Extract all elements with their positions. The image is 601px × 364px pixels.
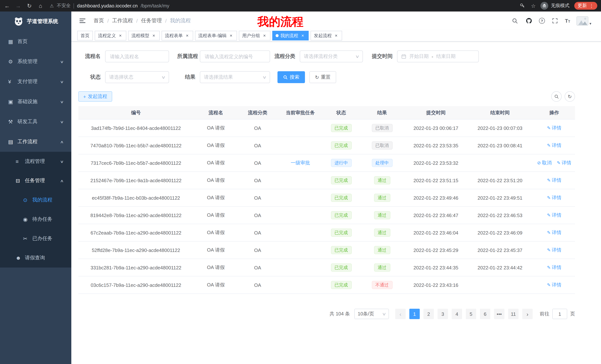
tab-process-form-edit[interactable]: 流程表单-编辑× [195,31,237,40]
address-divider [74,3,74,8]
address-bar[interactable]: ⚠ 不安全 dashboard.yudao.iocoder.cn/bpm/tas… [50,3,169,9]
sidebar-item-label: 已办任务 [32,235,52,242]
create-process-button[interactable]: + 发起流程 [78,91,112,102]
sidebar-item-workflow[interactable]: ▤工作流程∧ [0,132,71,152]
detail-button[interactable]: ✎详情 [547,247,561,253]
sidebar-item-payment[interactable]: ¥支付管理∨ [0,72,71,92]
next-page-button[interactable]: › [522,309,533,319]
row-actions: ✎详情 [533,177,575,184]
tab-process-model[interactable]: 流程模型× [128,31,160,40]
close-icon[interactable]: × [300,33,305,38]
sidebar-logo-row[interactable]: 芋道管理系统 [0,11,71,31]
sidebar-item-task-mgmt[interactable]: ⊟任务管理∧ [0,171,71,190]
table-row: 67c2eaab-7b9a-11ec-a290-acde48001122OA 请… [78,224,575,241]
result-select[interactable]: 请选择流结果 ∨ [200,71,270,83]
process-name-input[interactable] [105,50,169,62]
pager-page-6[interactable]: 6 [480,309,490,319]
key-icon[interactable] [519,2,526,10]
close-icon[interactable]: × [229,33,234,38]
pager-page-2[interactable]: 2 [423,309,434,319]
sidebar-item-dev-tools[interactable]: ⚒研发工具∨ [0,112,71,132]
task-link[interactable]: 一级审批 [291,160,310,165]
sidebar-item-infrastructure[interactable]: ▣基础设施∨ [0,92,71,112]
reset-button[interactable]: ↻ 重置 [310,71,336,83]
breadcrumb-item[interactable]: 任务管理 [141,18,162,24]
gear-icon: ⚙ [8,59,16,65]
detail-button[interactable]: ✎详情 [547,125,561,131]
search-icon[interactable] [511,17,519,25]
breadcrumb-item[interactable]: 工作流程 [112,18,133,24]
browser-menu-icon[interactable]: ⋮ [589,3,594,9]
detail-button[interactable]: ✎详情 [547,282,561,288]
pager-page-4[interactable]: 4 [452,309,462,319]
close-icon[interactable]: × [334,33,339,38]
close-icon[interactable]: × [262,33,267,38]
goto-page-input[interactable] [552,309,567,319]
search-button[interactable]: 搜索 [278,71,305,83]
column-header: 状态 [323,109,359,116]
detail-button[interactable]: ✎详情 [547,142,561,149]
tab-label: 流程模型 [131,32,149,39]
collapse-sidebar-icon[interactable] [80,17,87,25]
close-icon[interactable]: × [118,33,123,38]
row-process-name: OA 请假 [193,247,238,253]
close-icon[interactable]: × [151,33,156,38]
row-result: 通过 [359,211,405,219]
detail-button[interactable]: ✎详情 [547,212,561,219]
sidebar: 芋道管理系统 ▦首页⚙系统管理∨¥支付管理∨▣基础设施∨⚒研发工具∨▤工作流程∧… [0,11,71,364]
edit-icon: ✎ [547,143,551,148]
category-select[interactable]: 请选择流程分类 ∨ [300,50,363,62]
close-icon[interactable]: × [185,33,190,38]
detail-button[interactable]: ✎详情 [547,177,561,184]
incognito-chip[interactable]: 无痕模式 [541,2,570,10]
tab-process-form[interactable]: 流程表单× [161,31,193,40]
fullscreen-icon[interactable] [551,17,559,25]
tab-process-definition[interactable]: 流程定义× [95,31,126,40]
update-button[interactable]: 更新 ⋮ [574,2,597,10]
detail-button[interactable]: ✎详情 [547,194,561,201]
pager-page-11[interactable]: 11 [508,309,519,319]
breadcrumb-item[interactable]: 首页 [94,18,104,24]
toggle-search-icon[interactable] [551,91,562,102]
cancel-button[interactable]: ⊘取消 [537,160,551,166]
chevron-up-icon: ∧ [60,140,64,144]
reload-icon[interactable]: ↻ [26,2,33,9]
sidebar-item-home[interactable]: ▦首页 [0,31,71,52]
pager-page-5[interactable]: 5 [466,309,476,319]
sidebar-item-todo-tasks[interactable]: ◉待办任务 [0,210,71,229]
row-result: 通过 [359,176,405,184]
sidebar-item-system[interactable]: ⚙系统管理∨ [0,52,71,72]
tab-my-process[interactable]: 我的流程× [272,31,309,40]
user-menu[interactable]: ▾ [576,16,591,25]
refresh-table-icon[interactable]: ↻ [565,91,575,102]
sidebar-item-done-tasks[interactable]: ✂已办任务 [0,229,71,248]
detail-button[interactable]: ✎详情 [547,229,561,236]
pager-page-1[interactable]: 1 [409,309,420,319]
status-select[interactable]: 请选择状态 ∨ [105,71,169,83]
sidebar-item-leave-query[interactable]: ☻请假查询 [0,248,71,268]
detail-button[interactable]: ✎详情 [557,160,571,166]
tab-start-process[interactable]: 发起流程× [311,31,342,40]
home-icon[interactable]: ⌂ [37,3,44,9]
back-icon[interactable]: ← [4,3,10,9]
row-category: OA [238,282,277,288]
tab-user-group[interactable]: 用户分组× [239,31,270,40]
help-icon[interactable]: ? [539,18,545,24]
github-icon[interactable] [525,17,533,25]
process-def-input[interactable] [200,50,270,62]
leave-icon: ☻ [16,255,24,261]
detail-button[interactable]: ✎详情 [547,264,561,271]
forward-icon[interactable]: → [15,3,21,9]
pager-page-3[interactable]: 3 [438,309,448,319]
font-size-icon[interactable]: TT [565,18,570,24]
tab-home[interactable]: 首页 [77,31,93,40]
home-icon: ▦ [8,38,16,45]
bookmark-star-icon[interactable]: ☆ [531,3,536,9]
sidebar-item-process-mgmt[interactable]: ≡流程管理∨ [0,152,71,171]
sidebar-item-my-process[interactable]: ⊙我的流程 [0,190,71,210]
date-range-picker[interactable]: 开始日期 - 结束日期 [397,50,479,62]
chevron-down-icon: ∨ [60,80,64,84]
detail-label: 详情 [552,282,561,288]
page-size-select[interactable]: 10条/页 ∨ [354,309,389,319]
prev-page-button[interactable]: ‹ [395,309,406,319]
